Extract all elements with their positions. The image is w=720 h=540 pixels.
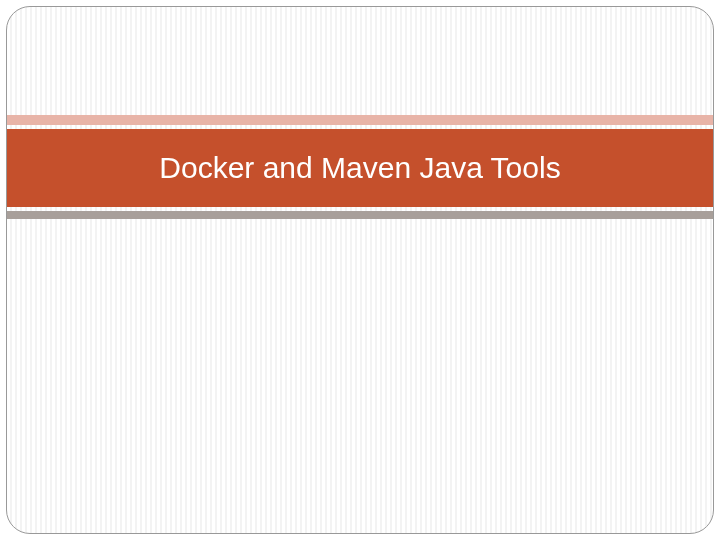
accent-bar-bottom (7, 211, 713, 219)
title-band: Docker and Maven Java Tools (7, 129, 713, 207)
slide-frame: Docker and Maven Java Tools (6, 6, 714, 534)
accent-bar-top (7, 115, 713, 125)
slide-title: Docker and Maven Java Tools (159, 151, 560, 185)
